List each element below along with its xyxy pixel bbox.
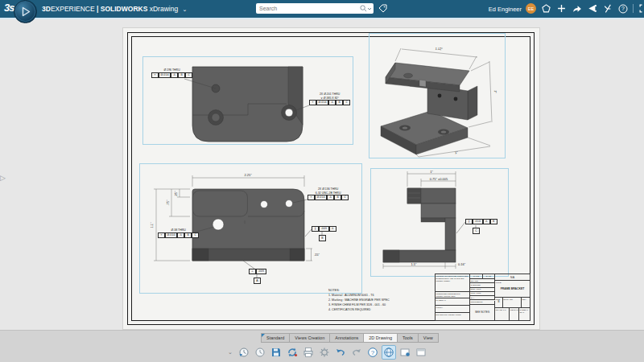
feature-control-frame: ⌖Ø.014ABC [309, 100, 350, 105]
hole-callout[interactable]: Ø.38 THRU ⌖Ø.010ABC [158, 228, 199, 238]
add-icon[interactable] [556, 3, 567, 14]
tab-annotations[interactable]: Annotations [330, 333, 364, 343]
apps-icon[interactable] [602, 3, 613, 14]
top-bar: 3DEXPERIENCE | SOLIDWORKS xDrawing ⌄ Ed … [0, 0, 644, 18]
tb-weight: WEIGHT: [510, 308, 519, 320]
view-top[interactable]: Ø.196 THRU ⌖Ø.014ABC 2X Ø.201 THRU ∨ Ø.3… [142, 56, 353, 145]
dim-top: 1" [430, 170, 433, 174]
app-window: 3DEXPERIENCE | SOLIDWORKS xDrawing ⌄ Ed … [0, 0, 644, 362]
update-button[interactable] [285, 345, 299, 360]
dim-base: .15" [314, 253, 320, 257]
feature-control-frame: ∥.005A [312, 226, 336, 232]
dim-upper: .75" [166, 200, 170, 206]
feature-control-frame: ⌖Ø.010ABC [158, 232, 199, 238]
tab-2d-drawing[interactable]: 2D Drawing [364, 333, 398, 343]
sheet-setup-button[interactable] [414, 345, 428, 360]
dim-width: 2.25" [244, 173, 252, 177]
drawing-notes: NOTES: 1. Material : ALUMINUM 6061 - T6 … [328, 288, 390, 312]
view-isometric[interactable]: 1.12" 1" 1" [369, 33, 506, 158]
dim-step: .25" [174, 191, 178, 197]
parallelism-callout[interactable]: ∥.010AB [465, 219, 497, 224]
topbar-divider [633, 4, 634, 13]
datum-flag[interactable]: A [254, 278, 261, 284]
tb-do-not-scale: DO NOT SCALE DRAWING [436, 313, 470, 320]
help-icon[interactable]: ? [617, 3, 628, 14]
new-sheet-button[interactable] [398, 345, 412, 360]
feature-control-frame: ⊥.005 [249, 269, 266, 274]
search-input[interactable] [256, 6, 360, 11]
datum-flag[interactable]: B [319, 235, 326, 241]
brand-3d: 3D [42, 5, 51, 13]
datum-flag[interactable]: C [473, 228, 480, 234]
tb-material-value: SEE NOTES [470, 305, 495, 320]
tab-tools[interactable]: Tools [398, 333, 419, 343]
undo-button[interactable] [333, 345, 348, 360]
avatar[interactable]: EE [526, 3, 536, 14]
parallelism-callout[interactable]: ∥.005A [312, 226, 336, 232]
print-sheet-button[interactable] [301, 345, 316, 360]
tb-size: B [496, 301, 502, 303]
tag-icon[interactable] [378, 4, 387, 13]
feature-control-frame: ⌖Ø.014ABC [151, 72, 192, 78]
perpendicularity-callout[interactable]: ⊥.005 [249, 269, 266, 274]
feature-control-frame: ⌖Ø.014ABC [308, 195, 349, 200]
svg-text:?: ? [371, 349, 375, 356]
tb-spec-line: TOLERANCES: [436, 280, 469, 282]
search-options-chevron-icon[interactable] [367, 6, 374, 11]
history-button[interactable] [253, 345, 267, 360]
hole-callout[interactable]: Ø.196 THRU ⌖Ø.014ABC [151, 68, 192, 78]
toolbar-chevron-icon[interactable]: ⌄ [228, 349, 233, 356]
tb-title: FRAME BRACKET [496, 284, 530, 294]
hole-callout[interactable]: 2X Ø.136 THRU 6-32 UNC-2B THRU ⌖Ø.014ABC [308, 187, 349, 200]
dim-bottom: 1.5" [411, 262, 418, 266]
panel-expand-button[interactable]: ▷ [0, 174, 6, 182]
pin-corner [262, 334, 265, 337]
compass-play-button[interactable] [14, 0, 37, 23]
tb-finish-label: FINISH [436, 306, 470, 313]
search-input-wrap[interactable] [256, 3, 374, 14]
notifications-icon[interactable] [541, 3, 551, 14]
fullscreen-icon[interactable] [638, 3, 644, 14]
feature-control-frame: ∥.010AB [465, 219, 497, 224]
svg-text:?: ? [621, 6, 625, 11]
tb-interpret: INTERPRET GEOMETRIC TOLERANCING PER: [436, 292, 470, 298]
view-front[interactable]: 2.25" 1.1" .75" .25" .15" 2X Ø.136 THRU … [139, 163, 362, 294]
app-name: xDrawing [150, 5, 178, 13]
versions-button[interactable] [237, 345, 251, 360]
app-switch-chevron-icon[interactable]: ⌄ [183, 6, 188, 12]
topbar-icon-group: ? [541, 3, 644, 14]
app-title: 3DEXPERIENCE | SOLIDWORKS xDrawing ⌄ [42, 5, 187, 13]
brand-solidworks: | SOLIDWORKS [97, 5, 147, 13]
view-side[interactable]: 1" 0.75" ±0.005 1.5" 0.16" ∥.010AB C [370, 168, 509, 277]
3ds-logo: 3s [4, 2, 14, 14]
hole-callout[interactable]: 2X Ø.201 THRU ∨ Ø.385 X 82° ⌖Ø.014ABC [309, 93, 350, 105]
share-community-icon[interactable] [587, 3, 597, 14]
search-icon[interactable] [360, 5, 367, 12]
dim-depth: 1" [455, 150, 459, 155]
dim-flange: 0.75" ±0.005 [430, 177, 448, 181]
share-arrow-icon[interactable] [572, 3, 582, 14]
help-button[interactable]: ? [365, 345, 380, 360]
topbar-separator [0, 18, 644, 19]
tab-standard[interactable]: Standard [261, 333, 290, 343]
dim-height: 1.1" [150, 222, 154, 228]
tb-material-label: MATERIAL [436, 298, 470, 306]
ribbon-tabs: Standard Views Creation Annotations 2D D… [261, 333, 439, 343]
settings-gear-button[interactable] [317, 345, 332, 360]
user-name[interactable]: Ed Engineer [483, 6, 522, 13]
3d-mode-button[interactable] [382, 345, 396, 360]
view-isometric-geometry: 1.12" 1" 1" [369, 34, 505, 158]
save-button[interactable] [269, 345, 283, 360]
title-block: UNLESS OTHERWISE SPECIFIED: DIMENSIONS A… [435, 274, 530, 321]
tab-view[interactable]: View [419, 333, 439, 343]
brand-experience: EXPERIENCE [51, 5, 95, 13]
redo-button[interactable] [349, 345, 364, 360]
tb-scale: SCALE: 1:1 [495, 308, 510, 320]
dim-width: 1.12" [435, 47, 443, 51]
tab-views-creation[interactable]: Views Creation [290, 333, 330, 343]
dim-thickness: 0.16" [458, 262, 466, 266]
action-toolbar: ⌄ [228, 345, 428, 360]
tb-dwg-label: DWG. NO. [503, 298, 522, 308]
tb-sheet: SHEET 1 OF 1 [519, 308, 530, 320]
tb-rev-label: REV [522, 298, 530, 308]
